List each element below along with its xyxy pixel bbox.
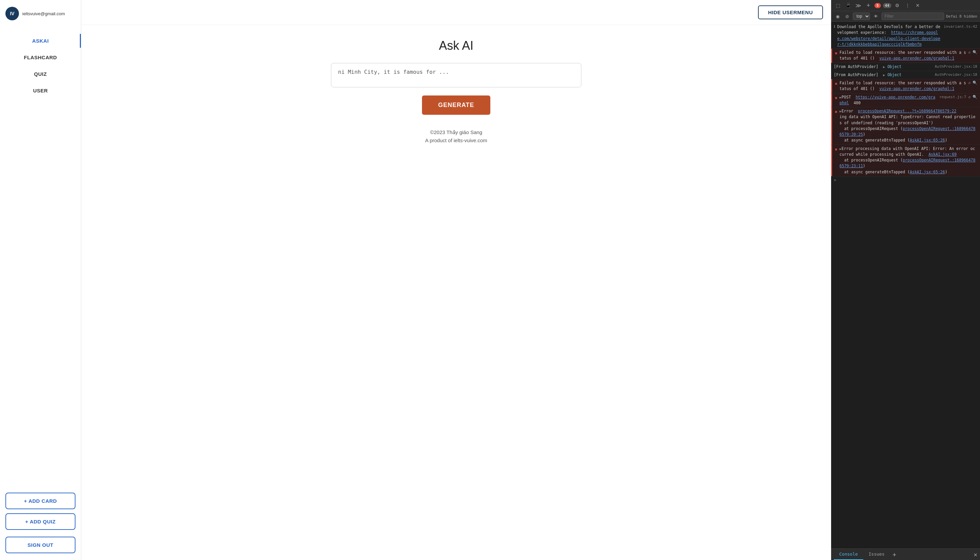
expand-arrow[interactable]: ▶ [840,95,842,99]
line-ref: AuthProvider.jsx:18 [935,64,977,70]
hidden-label: 8 hidden [959,14,977,18]
reload-icon[interactable]: ↺ [968,50,970,55]
error-icon: ✖ [835,109,837,115]
console-caret: > [834,178,836,182]
line-ref: invariant.ts:42 [944,24,977,30]
avatar: IV [5,7,19,20]
console-entry: ℹ Download the Apollo DevTools for a bet… [831,23,980,49]
reload-icon[interactable]: ↺ [968,80,970,86]
inner-link[interactable]: processOpenAIRequest.:1689664786579:23:1… [840,158,976,168]
console-text: ▶Error processing data with OpenAI API: … [840,146,977,175]
search-icon[interactable]: 🔍 [973,95,977,100]
console-entry: ✖ ▶Error processing data with OpenAI API… [831,145,980,177]
console-entry: ✖ Failed to load resource: the server re… [831,79,980,93]
console-link[interactable]: processOpenAIRequest...?t=1689664786579:… [858,109,956,113]
devtools-toolbar-row1: ⬚ 📱 ≫ + 5 44 ⚙ ⋮ ✕ [831,0,980,11]
sidebar-item-askai[interactable]: ASKAI [5,34,75,48]
console-link[interactable]: vuive-app.onrender.com/graphql:1 [879,86,955,91]
sidebar-item-flashcard[interactable]: FLASHCARD [5,50,75,64]
devtools-eye2-icon[interactable]: 👁 [872,13,879,20]
page-title: Ask AI [439,38,473,53]
console-text: ▶POST https://vuive-app.onrender.com/gra… [840,95,937,106]
error-icon: ✖ [835,95,837,102]
devtools-panel: ⬚ 📱 ≫ + 5 44 ⚙ ⋮ ✕ ◉ ⊘ top 👁 Defai 8 hid… [831,0,980,560]
console-entry: [From AuthProvider] ▶ Object AuthProvide… [831,71,980,79]
sidebar-item-user[interactable]: USER [5,83,75,98]
add-quiz-button[interactable]: + ADD QUIZ [5,513,75,530]
sidebar-nav: ASKAI FLASHCARD QUIZ USER [5,34,75,493]
footer-line2: A product of ielts-vuive.com [425,137,487,145]
devtools-close-icon[interactable]: ✕ [914,2,922,10]
console-text: [From AuthProvider] ▶ Object [834,72,933,78]
devtools-settings-icon[interactable]: ⚙ [894,2,902,10]
console-link[interactable]: AskAI.jsx:69 [929,152,957,157]
add-tab-icon[interactable]: + [890,550,899,559]
console-entry: ✖ ▶POST https://vuive-app.onrender.com/g… [831,93,980,108]
expand-arrow[interactable]: ▶ [883,65,885,69]
devtools-toolbar-row2: ◉ ⊘ top 👁 Defai 8 hidden [831,11,980,22]
console-link[interactable]: https://chrome.googl e.com/webstore/deta… [837,30,940,47]
console-entry: ✖ Failed to load resource: the server re… [831,49,980,63]
main-content: HIDE USERMENU Ask AI ni Minh City, it is… [81,0,831,560]
sidebar-action-buttons: + ADD CARD + ADD QUIZ [5,493,75,530]
footer: ©2023 Thầy giáo Sang A product of ielts-… [425,128,487,145]
sidebar: IV ieltsvuive@gmail.com ASKAI FLASHCARD … [0,0,81,560]
line-ref: AuthProvider.jsx:18 [935,72,977,78]
error-icon: ✖ [835,50,837,57]
console-filter-input[interactable] [882,13,944,20]
console-text: Failed to load resource: the server resp… [840,80,967,92]
context-selector[interactable]: top [853,13,870,20]
line-ref: request.js:7 [939,95,966,100]
console-text: ▶Error processOpenAIRequest...?t=1689664… [840,108,977,143]
object-label: Object [887,72,902,77]
hide-usermenu-button[interactable]: HIDE USERMENU [758,5,823,19]
console-entry: ✖ ▶Error processOpenAIRequest...?t=16896… [831,107,980,145]
main-body: Ask AI ni Minh City, it is famous for ..… [81,25,831,560]
object-label: Object [887,64,902,69]
console-text: Failed to load resource: the server resp… [840,50,967,62]
devtools-inspect-icon[interactable]: ⬚ [834,2,842,10]
devtools-device-icon[interactable]: 📱 [844,2,852,10]
reload-icon[interactable]: ↺ [968,95,970,100]
add-card-button[interactable]: + ADD CARD [5,493,75,509]
devtools-kebab-icon[interactable]: ⋮ [904,2,912,10]
generate-button[interactable]: GENERATE [422,95,491,115]
expand-arrow[interactable]: ▶ [883,73,885,77]
console-text: [From AuthProvider] ▶ Object [834,64,933,70]
sign-out-button[interactable]: SIGN OUT [5,537,75,553]
expand-arrow[interactable]: ▶ [840,109,842,113]
console-output: ℹ Download the Apollo DevTools for a bet… [831,22,980,548]
search-icon[interactable]: 🔍 [973,50,977,55]
default-label: Defai [946,14,957,18]
console-link[interactable]: vuive-app.onrender.com/graphql:1 [879,56,955,61]
error-count-badge: 5 [874,3,881,8]
user-email: ieltsvuive@gmail.com [22,11,65,16]
devtools-block-icon[interactable]: ⊘ [843,13,851,20]
devtools-tabs: Console Issues + ✕ [831,548,980,560]
devtools-close-button[interactable]: ✕ [973,551,977,558]
warning-count-badge: 44 [883,3,891,8]
footer-line1: ©2023 Thầy giáo Sang [425,128,487,137]
sidebar-user-section: IV ieltsvuive@gmail.com [5,7,75,20]
tab-console[interactable]: Console [834,549,863,560]
console-link[interactable]: https://vuive-app.onrender.com/graphql [840,95,935,105]
info-icon: ℹ [834,24,835,30]
inner-link[interactable]: processOpenAIRequest.:1689664786579:20:2… [840,126,976,137]
error-icon: ✖ [835,81,837,87]
devtools-eye-icon[interactable]: ◉ [834,13,841,20]
inner-link2[interactable]: AskAI.jsx:65:26 [910,170,945,174]
error-icon: ✖ [835,146,837,153]
console-entry: [From AuthProvider] ▶ Object AuthProvide… [831,63,980,71]
console-text: Download the Apollo DevTools for a bette… [837,24,942,47]
ai-input[interactable]: ni Minh City, it is famous for ... [331,63,581,87]
tab-issues[interactable]: Issues [863,549,890,560]
devtools-add-icon[interactable]: + [864,2,872,10]
main-header: HIDE USERMENU [81,0,831,25]
expand-arrow[interactable]: ▶ [840,147,842,151]
console-cursor-line: > [831,177,980,184]
inner-link2[interactable]: AskAI.jsx:65:26 [910,138,945,143]
sidebar-item-quiz[interactable]: QUIZ [5,67,75,81]
search-icon[interactable]: 🔍 [973,80,977,86]
devtools-more-icon[interactable]: ≫ [854,2,862,10]
